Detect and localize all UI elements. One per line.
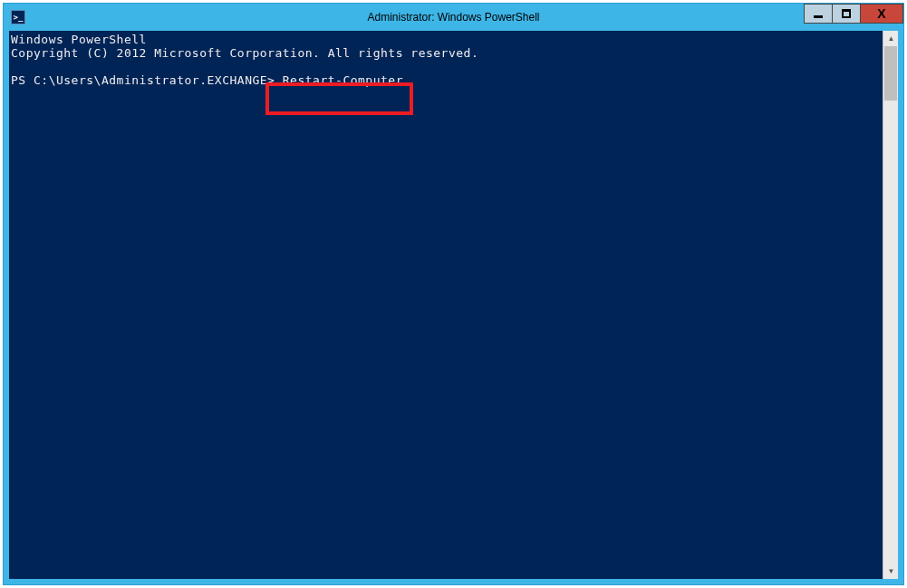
scroll-up-button[interactable]: ▲ [883, 31, 899, 46]
scroll-thumb[interactable] [884, 46, 897, 101]
maximize-button[interactable] [832, 4, 861, 24]
powershell-icon: >_ [11, 10, 25, 24]
close-button[interactable]: X [860, 4, 903, 24]
client-area: Windows PowerShellCopyright (C) 2012 Mic… [9, 31, 898, 579]
window-controls: X [805, 4, 903, 24]
console-output[interactable]: Windows PowerShellCopyright (C) 2012 Mic… [9, 31, 883, 579]
vertical-scrollbar[interactable]: ▲ ▼ [883, 31, 898, 579]
window-title: Administrator: Windows PowerShell [4, 11, 903, 24]
console-line: Windows PowerShell [11, 33, 883, 46]
cursor [403, 82, 410, 85]
console-line: Copyright (C) 2012 Microsoft Corporation… [11, 46, 883, 60]
maximize-icon [842, 9, 851, 18]
minimize-icon [814, 15, 823, 18]
powershell-window: >_ Administrator: Windows PowerShell X W… [3, 3, 904, 585]
prompt-text: PS C:\Users\Administrator.EXCHANGE> [11, 73, 283, 87]
scroll-down-button[interactable]: ▼ [883, 564, 899, 579]
close-icon: X [877, 6, 885, 21]
console-blank-line [11, 60, 883, 73]
powershell-icon-glyph: >_ [14, 13, 24, 22]
command-text: Restart-Computer [283, 73, 403, 87]
titlebar[interactable]: >_ Administrator: Windows PowerShell X [4, 4, 903, 31]
minimize-button[interactable] [804, 4, 833, 24]
highlight-annotation [265, 82, 413, 115]
console-prompt-line: PS C:\Users\Administrator.EXCHANGE> Rest… [11, 73, 883, 87]
